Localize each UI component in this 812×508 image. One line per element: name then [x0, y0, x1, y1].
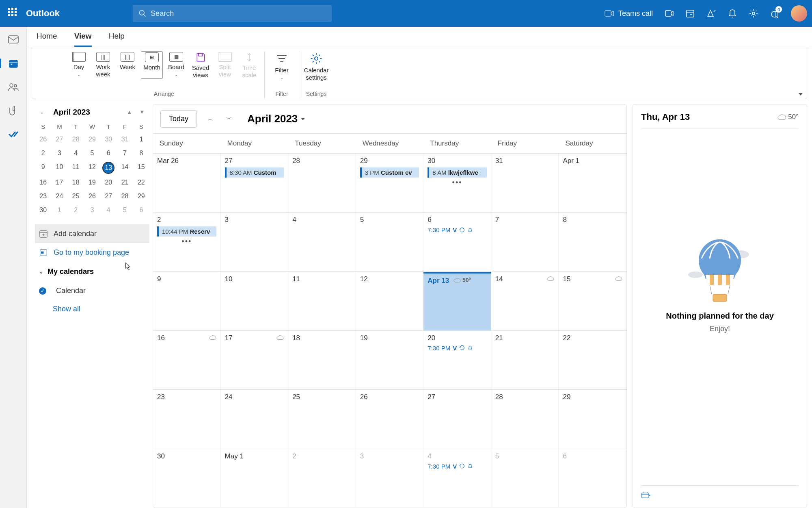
mini-day[interactable]: 26 — [84, 189, 100, 203]
calendar-cell[interactable]: 29 — [559, 390, 626, 448]
mini-day[interactable]: 20 — [100, 176, 117, 189]
ribbon-chevron-icon[interactable] — [799, 93, 803, 96]
mini-day[interactable]: 6 — [100, 146, 117, 160]
mini-day[interactable]: 14 — [117, 160, 133, 176]
tab-home[interactable]: Home — [37, 27, 57, 47]
my-calendars-header[interactable]: ⌄ My calendars — [35, 262, 149, 282]
mini-day[interactable]: 1 — [51, 203, 67, 217]
month-title[interactable]: April 2023 — [247, 113, 305, 125]
calendar-cell[interactable]: 47:30 PM V — [423, 449, 491, 508]
calendar-cell[interactable]: 293 PM Custom ev — [356, 154, 424, 212]
mini-day[interactable]: 2 — [35, 146, 51, 160]
mini-day[interactable]: 4 — [100, 203, 117, 217]
mini-day[interactable]: 6 — [133, 203, 149, 217]
search-box[interactable]: Search — [133, 5, 332, 22]
calendar-cell[interactable]: 207:30 PM V — [423, 331, 491, 389]
mini-day[interactable]: 30 — [35, 203, 51, 217]
today-button[interactable]: Today — [160, 110, 197, 128]
calendar-cell[interactable]: 27 — [423, 390, 491, 448]
mini-day[interactable]: 11 — [68, 160, 84, 176]
more-events-icon[interactable]: ••• — [428, 178, 487, 187]
add-calendar-link[interactable]: Add calendar — [35, 224, 149, 243]
mini-day[interactable]: 5 — [84, 146, 100, 160]
mini-prev-icon[interactable]: ▲ — [125, 107, 134, 117]
tips-icon[interactable] — [706, 9, 716, 18]
calendar-cell[interactable]: 7 — [491, 213, 559, 271]
calendar-cell[interactable]: 26 — [356, 390, 424, 448]
filter-button[interactable]: Filter⌄ — [269, 51, 295, 80]
mini-day[interactable]: 26 — [35, 132, 51, 146]
meet-now-icon[interactable] — [664, 9, 674, 18]
event-text[interactable]: 7:30 PM V — [428, 226, 487, 233]
event-pill[interactable]: 10:44 PM Reserv — [157, 226, 216, 237]
teams-call-button[interactable]: Teams call — [605, 9, 653, 18]
todo-icon[interactable] — [8, 128, 19, 140]
view-week-button[interactable]: ||||Week — [117, 51, 138, 79]
event-text[interactable]: 7:30 PM V — [428, 463, 487, 470]
calendar-icon[interactable] — [8, 58, 19, 69]
calendar-cell[interactable]: 3 — [221, 213, 289, 271]
calendar-cell[interactable]: 22 — [559, 331, 626, 389]
mini-day[interactable]: 24 — [51, 189, 67, 203]
calendar-cell[interactable]: 4 — [288, 213, 356, 271]
calendar-cell[interactable]: 210:44 PM Reserv••• — [153, 213, 221, 271]
user-avatar[interactable] — [791, 5, 807, 22]
mini-day[interactable]: 16 — [35, 176, 51, 189]
notifications-icon[interactable] — [728, 9, 737, 18]
tab-view[interactable]: View — [74, 27, 92, 47]
calendar-cell[interactable]: 21 — [491, 331, 559, 389]
event-pill[interactable]: 8 AM lkwjeflkwe — [428, 167, 487, 178]
calendar-settings-button[interactable]: Calendar settings — [303, 51, 329, 81]
files-icon[interactable] — [8, 105, 19, 116]
calendar-cell[interactable]: 15 — [559, 272, 626, 330]
calendar-cell[interactable]: 25 — [288, 390, 356, 448]
mini-day[interactable]: 28 — [117, 189, 133, 203]
mini-day[interactable]: 28 — [68, 132, 84, 146]
calendar-cell[interactable]: 12 — [356, 272, 424, 330]
event-pill[interactable]: 3 PM Custom ev — [360, 167, 419, 178]
mini-day[interactable]: 4 — [68, 146, 84, 160]
mini-day[interactable]: 17 — [51, 176, 67, 189]
calendar-cell[interactable]: 308 AM lkwjeflkwe••• — [423, 154, 491, 212]
mini-day[interactable]: 27 — [51, 132, 67, 146]
event-pill[interactable]: 8:30 AM Custom — [225, 167, 284, 178]
mini-day[interactable]: 7 — [117, 146, 133, 160]
mini-day[interactable]: 5 — [117, 203, 133, 217]
mini-day[interactable]: 19 — [84, 176, 100, 189]
calendar-cell[interactable]: 8 — [559, 213, 626, 271]
people-icon[interactable] — [8, 81, 19, 93]
calendar-cell[interactable]: 11 — [288, 272, 356, 330]
tab-help[interactable]: Help — [109, 27, 125, 47]
calendar-cell[interactable]: 9 — [153, 272, 221, 330]
calendar-cell[interactable]: 30 — [153, 449, 221, 508]
whatsnew-icon[interactable]: 4 — [770, 9, 780, 18]
calendar-cell[interactable]: 28 — [491, 390, 559, 448]
calendar-item[interactable]: ✓ Calendar — [35, 282, 149, 300]
calendar-cell[interactable]: 5 — [356, 213, 424, 271]
calendar-cell[interactable]: May 1 — [221, 449, 289, 508]
mini-day[interactable]: 9 — [35, 160, 51, 176]
saved-views-button[interactable]: Saved views — [190, 51, 212, 79]
mini-day[interactable]: 8 — [133, 146, 149, 160]
mini-day[interactable]: 10 — [51, 160, 67, 176]
rp-add-event-icon[interactable] — [641, 491, 651, 499]
mini-day[interactable]: 13 — [102, 162, 114, 174]
calendar-cell[interactable]: 17 — [221, 331, 289, 389]
calendar-cell[interactable]: 23 — [153, 390, 221, 448]
mini-day[interactable]: 22 — [133, 176, 149, 189]
mini-day[interactable]: 18 — [68, 176, 84, 189]
mini-day[interactable]: 30 — [100, 132, 117, 146]
calendar-cell[interactable]: 5 — [491, 449, 559, 508]
mini-day[interactable]: 25 — [68, 189, 84, 203]
view-day-button[interactable]: Day⌄ — [68, 51, 90, 79]
mini-day[interactable]: 29 — [84, 132, 100, 146]
calendar-cell[interactable]: 16 — [153, 331, 221, 389]
event-text[interactable]: 7:30 PM V — [428, 345, 487, 352]
calendar-cell[interactable]: Mar 26 — [153, 154, 221, 212]
calendar-cell[interactable]: 19 — [356, 331, 424, 389]
mini-day[interactable]: 21 — [117, 176, 133, 189]
mini-day[interactable]: 15 — [133, 160, 149, 176]
calendar-cell[interactable]: 24 — [221, 390, 289, 448]
prev-month-icon[interactable]: ︿ — [205, 113, 216, 125]
view-board-button[interactable]: ▦Board⌄ — [165, 51, 187, 79]
